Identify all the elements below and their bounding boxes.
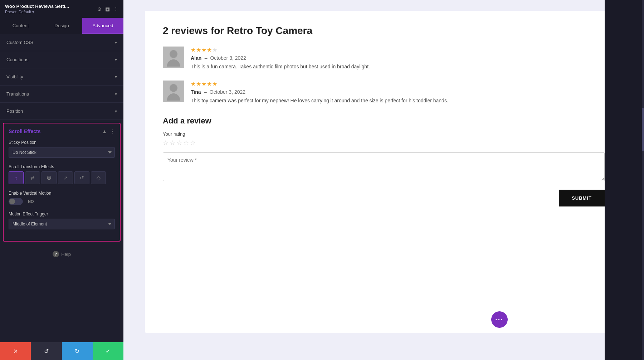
review-text: This toy camera was perfect for my nephe… <box>191 97 605 104</box>
section-position[interactable]: Position ▾ <box>0 103 123 120</box>
star-5: ★ <box>212 81 217 87</box>
transform-horizontal-icon[interactable]: ⇄ <box>25 171 40 184</box>
rate-star-1[interactable]: ☆ <box>163 139 169 147</box>
tabs-bar: Content Design Advanced <box>0 18 123 34</box>
add-review-title: Add a review <box>163 116 605 126</box>
toggle-no-label: NO <box>28 199 34 204</box>
star-1: ★ <box>191 47 196 53</box>
star-3: ★ <box>201 47 206 53</box>
save-button[interactable]: ✓ <box>93 342 123 360</box>
cancel-button[interactable]: ✕ <box>0 342 31 360</box>
panel-title: Woo Product Reviews Setti... <box>5 4 69 9</box>
sticky-position-group: Sticky Position Do Not Stick Stick to To… <box>9 140 115 158</box>
star-4: ★ <box>207 81 212 87</box>
transform-rotate-icon[interactable]: ↺ <box>74 171 89 184</box>
floating-menu-button[interactable]: ··· <box>491 311 508 328</box>
floating-dots: ··· <box>495 316 503 324</box>
motion-effect-trigger-group: Motion Effect Trigger Middle of Element … <box>9 211 115 229</box>
reviewer-meta: Tina – October 3, 2022 <box>191 89 605 95</box>
rate-star-4[interactable]: ☆ <box>183 139 189 147</box>
help-icon: ? <box>53 251 59 257</box>
section-custom-css[interactable]: Custom CSS ▾ <box>0 34 123 51</box>
review-content: ★ ★ ★ ★ ★ Tina – October 3, 2022 This to… <box>191 81 605 104</box>
reviewer-date: October 3, 2022 <box>210 55 246 61</box>
settings-icon[interactable]: ⊙ <box>97 6 102 12</box>
section-conditions[interactable]: Conditions ▾ <box>0 51 123 68</box>
reviewer-sep: – <box>204 89 208 95</box>
reviewer-sep: – <box>205 55 209 61</box>
transform-scale-icon[interactable]: ◇ <box>91 171 106 184</box>
reviewer-name: Tina <box>191 89 201 95</box>
submit-row: SUBMIT <box>163 190 605 206</box>
review-text: This is a fun camera. Takes authentic fi… <box>191 63 605 70</box>
scroll-transform-group: Scroll Transform Effects ↕ ⇄ ↗ ↺ ◇ <box>9 164 115 184</box>
star-1: ★ <box>191 81 196 87</box>
tab-design[interactable]: Design <box>41 18 82 34</box>
review-content: ★ ★ ★ ★ ★ Alan – October 3, 2022 This is… <box>191 47 605 70</box>
svg-point-1 <box>48 177 50 179</box>
panel-header: Woo Product Reviews Setti... Preset: Def… <box>0 0 123 18</box>
custom-css-label: Custom CSS <box>6 40 33 45</box>
reviewer-meta: Alan – October 3, 2022 <box>191 55 605 61</box>
star-3: ★ <box>201 81 206 87</box>
transform-icons-row: ↕ ⇄ ↗ ↺ ◇ <box>9 171 115 184</box>
menu-icon[interactable]: ⋮ <box>110 128 115 134</box>
right-border <box>605 0 644 360</box>
section-visibility[interactable]: Visibility ▾ <box>0 68 123 86</box>
collapse-icon[interactable]: ▲ <box>102 128 107 134</box>
star-rating: ★ ★ ★ ★ ★ <box>191 81 605 87</box>
scroll-effects-header-icons: ▲ ⋮ <box>102 128 115 134</box>
panel-preset[interactable]: Preset: Default ▾ <box>5 10 69 14</box>
rating-label: Your rating <box>163 131 605 137</box>
tab-content[interactable]: Content <box>0 18 41 34</box>
undo-button[interactable]: ↺ <box>31 342 62 360</box>
chevron-icon: ▾ <box>115 74 117 79</box>
rate-star-5[interactable]: ☆ <box>190 139 196 147</box>
more-icon[interactable]: ⋮ <box>113 6 118 12</box>
star-5: ★ <box>212 47 217 53</box>
redo-button[interactable]: ↻ <box>62 342 93 360</box>
star-2: ★ <box>196 81 201 87</box>
scrollbar-track[interactable] <box>642 0 644 360</box>
submit-button[interactable]: SUBMIT <box>559 190 605 206</box>
transform-skew-icon[interactable]: ↗ <box>58 171 73 184</box>
sticky-position-select[interactable]: Do Not Stick Stick to Top Stick to Botto… <box>9 147 115 158</box>
section-transitions[interactable]: Transitions ▾ <box>0 86 123 103</box>
chevron-icon: ▾ <box>115 109 117 114</box>
transform-fade-icon[interactable] <box>42 171 57 184</box>
scroll-effects-title: Scroll Effects <box>9 128 40 134</box>
vertical-motion-toggle[interactable] <box>9 198 23 205</box>
review-item: ★ ★ ★ ★ ★ Tina – October 3, 2022 This to… <box>163 81 605 104</box>
rating-stars: ☆ ☆ ☆ ☆ ☆ <box>163 139 605 147</box>
chevron-icon: ▾ <box>115 40 117 45</box>
motion-effect-trigger-select[interactable]: Middle of Element Top of Element Bottom … <box>9 219 115 229</box>
help-row[interactable]: ? Help <box>0 244 123 264</box>
visibility-label: Visibility <box>6 74 23 79</box>
scroll-transform-label: Scroll Transform Effects <box>9 164 115 169</box>
tab-advanced[interactable]: Advanced <box>82 18 123 34</box>
motion-effect-trigger-label: Motion Effect Trigger <box>9 211 115 217</box>
left-panel: Woo Product Reviews Setti... Preset: Def… <box>0 0 123 360</box>
help-label: Help <box>61 252 71 257</box>
avatar <box>163 47 184 68</box>
rate-star-3[interactable]: ☆ <box>176 139 182 147</box>
review-textarea[interactable] <box>163 152 605 181</box>
chevron-icon: ▾ <box>115 92 117 97</box>
panel-content: Custom CSS ▾ Conditions ▾ Visibility ▾ T… <box>0 34 123 360</box>
transform-vertical-icon[interactable]: ↕ <box>9 171 24 184</box>
toggle-knob <box>9 199 15 204</box>
right-inner: 2 reviews for Retro Toy Camera ★ ★ ★ ★ ★ <box>145 11 623 333</box>
reviewer-name: Alan <box>191 55 201 61</box>
scrollbar-thumb[interactable] <box>642 108 644 151</box>
right-content: 2 reviews for Retro Toy Camera ★ ★ ★ ★ ★ <box>123 0 644 360</box>
rate-star-2[interactable]: ☆ <box>170 139 175 147</box>
avatar <box>163 81 184 102</box>
position-label: Position <box>6 108 23 114</box>
grid-icon[interactable]: ▦ <box>105 6 110 12</box>
transitions-label: Transitions <box>6 91 29 97</box>
toggle-row: NO <box>9 198 115 205</box>
star-2: ★ <box>196 47 201 53</box>
scroll-effects-box: Scroll Effects ▲ ⋮ Sticky Position Do No… <box>3 123 121 242</box>
enable-vertical-motion-group: Enable Vertical Motion NO <box>9 191 115 205</box>
bottom-bar: ✕ ↺ ↻ ✓ <box>0 342 123 360</box>
